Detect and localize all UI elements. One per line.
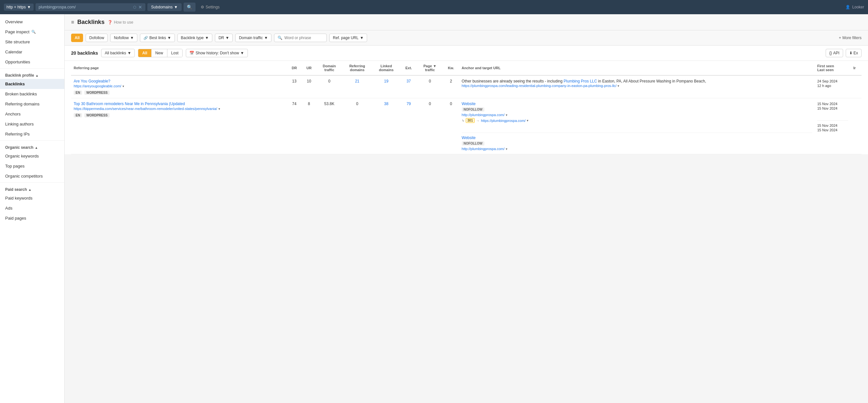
sidebar-item-opportunities[interactable]: Opportunities [0, 57, 64, 67]
organic-search-section[interactable]: Organic search ▲ [0, 142, 64, 151]
col-referring-domains[interactable]: Referringdomains [342, 61, 372, 75]
subdomains-button[interactable]: Subdomains ▼ [147, 3, 182, 11]
ext-link-1[interactable]: 37 [406, 79, 411, 83]
topbar-left: http + https ▼ plumbingprospa.com/ ⬡ ✕ S… [4, 3, 223, 12]
sidebar-item-referring-domains[interactable]: Referring domains [0, 99, 64, 109]
settings-button[interactable]: ⚙ Settings [197, 3, 223, 11]
backlinks-table-container: Referring page DR UR Domaintraffic Refer… [65, 61, 868, 154]
sidebar-item-overview[interactable]: Overview [0, 17, 64, 27]
results-actions: {} API ⬇ Ex [826, 49, 862, 57]
first-last-seen-cell-1: 24 Sep 2024 12 h ago [815, 75, 851, 98]
filter-backlink-type-button[interactable]: Backlink type ▼ [178, 34, 213, 42]
col-linked-domains[interactable]: Linkeddomains [372, 61, 400, 75]
linked-domains-cell-2: 38 [372, 98, 400, 154]
domain-traffic-label: Domain traffic [239, 35, 263, 40]
page-url-1[interactable]: https://areyougoogleable.com/ [74, 84, 121, 88]
sidebar-item-paid-pages[interactable]: Paid pages [0, 213, 64, 223]
target-expand-2b[interactable]: ▾ [506, 147, 507, 151]
redirect-target-2a[interactable]: https://plumbingprospa.com/ [481, 119, 525, 122]
sidebar-item-backlinks[interactable]: Backlinks [0, 79, 64, 89]
sidebar-item-calendar[interactable]: Calendar [0, 47, 64, 57]
col-kw[interactable]: Kw. [443, 61, 459, 75]
filter-ref-page-url-button[interactable]: Ref. page URL ▼ [329, 34, 367, 42]
anchor-link-2a[interactable]: Website [462, 102, 476, 106]
col-ir[interactable]: Ir [851, 61, 862, 75]
nofollow-badge-2b: NOFOLLOW [462, 141, 485, 146]
referring-page-link-2[interactable]: Top 30 Bathroom remodelers Near Me in Pe… [74, 102, 185, 106]
col-anchor-target[interactable]: Anchor and target URL [459, 61, 815, 75]
sidebar-item-organic-competitors[interactable]: Organic competitors [0, 171, 64, 181]
sidebar-item-referring-ips[interactable]: Referring IPs [0, 129, 64, 139]
sidebar-item-page-inspect[interactable]: Page inspect 🔍 [0, 27, 64, 37]
target-url-2b[interactable]: http://plumbingprospa.com/ [462, 147, 505, 151]
api-button[interactable]: {} API [826, 49, 843, 57]
sidebar-item-anchors[interactable]: Anchors [0, 109, 64, 119]
page-url-2[interactable]: https://bippermedia.com/services/near-me… [74, 107, 217, 111]
sidebar-item-top-pages[interactable]: Top pages [0, 161, 64, 171]
filter-all-button[interactable]: All [71, 34, 83, 42]
url-expand-arrow-1[interactable]: ▾ [122, 84, 124, 88]
filter-dofollow-button[interactable]: Dofollow [86, 34, 107, 42]
toggle-lost-button[interactable]: Lost [167, 49, 183, 57]
filter-best-links-button[interactable]: 🔗 Best links ▼ [140, 34, 175, 42]
sidebar-item-organic-keywords[interactable]: Organic keywords [0, 151, 64, 161]
table-header-row: Referring page DR UR Domaintraffic Refer… [71, 61, 862, 75]
topbar-right: 👤 Looker [845, 5, 864, 9]
anchor-inline-link-1[interactable]: Plumbing Pros LLC [564, 79, 597, 83]
ext-link-2[interactable]: 79 [406, 102, 411, 106]
export-button[interactable]: ⬇ Ex [846, 49, 862, 57]
sidebar-item-site-structure[interactable]: Site structure [0, 37, 64, 47]
sidebar-item-paid-keywords[interactable]: Paid keywords [0, 193, 64, 203]
sidebar-item-linking-authors[interactable]: Linking authors [0, 119, 64, 129]
search-button[interactable]: 🔍 [184, 3, 195, 12]
all-backlinks-dropdown[interactable]: All backlinks ▼ [101, 49, 135, 57]
word-phrase-search[interactable]: 🔍 [274, 34, 327, 42]
col-ur[interactable]: UR [302, 61, 316, 75]
referring-page-link-1[interactable]: Are You Googleable? [74, 79, 110, 83]
url-close-icon[interactable]: ✕ [138, 4, 142, 10]
first-seen-1: 24 Sep 2024 [817, 79, 837, 83]
col-page-traffic[interactable]: Page ▼traffic [417, 61, 443, 75]
col-dr[interactable]: DR [287, 61, 302, 75]
url-expand-arrow-2[interactable]: ▾ [218, 107, 220, 111]
more-filters-button[interactable]: + More filters [839, 35, 862, 40]
paid-keywords-label: Paid keywords [5, 196, 33, 201]
tag-en-2: EN [74, 113, 82, 117]
target-url-2a[interactable]: http://plumbingprospa.com/ [462, 113, 505, 117]
word-phrase-input[interactable] [284, 35, 323, 40]
filter-dr-button[interactable]: DR ▼ [215, 34, 233, 42]
sidebar-divider-1 [0, 68, 64, 68]
sidebar-item-broken-backlinks[interactable]: Broken backlinks [0, 89, 64, 99]
sidebar-item-ads[interactable]: Ads [0, 203, 64, 213]
redirect-expand-2a[interactable]: ▾ [527, 119, 528, 122]
backlinks-table: Referring page DR UR Domaintraffic Refer… [71, 61, 862, 154]
filter-nofollow-button[interactable]: Nofollow ▼ [110, 34, 137, 42]
filter-domain-traffic-button[interactable]: Domain traffic ▼ [235, 34, 272, 42]
target-url-expand-1[interactable]: ▾ [618, 84, 619, 88]
how-to-use-link[interactable]: ❓ How to use [107, 20, 133, 25]
question-icon: ❓ [107, 20, 113, 25]
col-first-last-seen[interactable]: First seenLast seen [815, 61, 851, 75]
linked-domains-link-2[interactable]: 38 [384, 102, 389, 106]
target-url-1[interactable]: https://plumbingprospa.com/leading-resid… [462, 84, 617, 88]
linked-domains-link-1[interactable]: 19 [384, 79, 389, 83]
opportunities-label: Opportunities [5, 59, 30, 64]
backlink-profile-section[interactable]: Backlink profile ▲ [0, 70, 64, 79]
toggle-all-button[interactable]: All [138, 49, 151, 57]
target-expand-2a[interactable]: ▾ [506, 113, 507, 117]
sidebar-divider-3 [0, 182, 64, 183]
col-domain-traffic[interactable]: Domaintraffic [316, 61, 342, 75]
hamburger-icon[interactable]: ≡ [71, 20, 74, 25]
protocol-select[interactable]: http + https ▼ [4, 4, 34, 11]
paid-search-section[interactable]: Paid search ▲ [0, 184, 64, 193]
anchor-link-2b[interactable]: Website [462, 136, 476, 140]
referring-domains-link-1[interactable]: 21 [355, 79, 359, 83]
col-ext[interactable]: Ext. [400, 61, 417, 75]
toggle-new-button[interactable]: New [151, 49, 167, 57]
site-structure-label: Site structure [5, 39, 30, 44]
organic-search-label: Organic search [5, 145, 33, 150]
domain-traffic-chevron: ▼ [264, 35, 268, 40]
external-link-icon[interactable]: ⬡ [133, 5, 136, 9]
col-referring-page[interactable]: Referring page [71, 61, 287, 75]
show-history-button[interactable]: 📅 Show history: Don't show ▼ [186, 49, 248, 57]
